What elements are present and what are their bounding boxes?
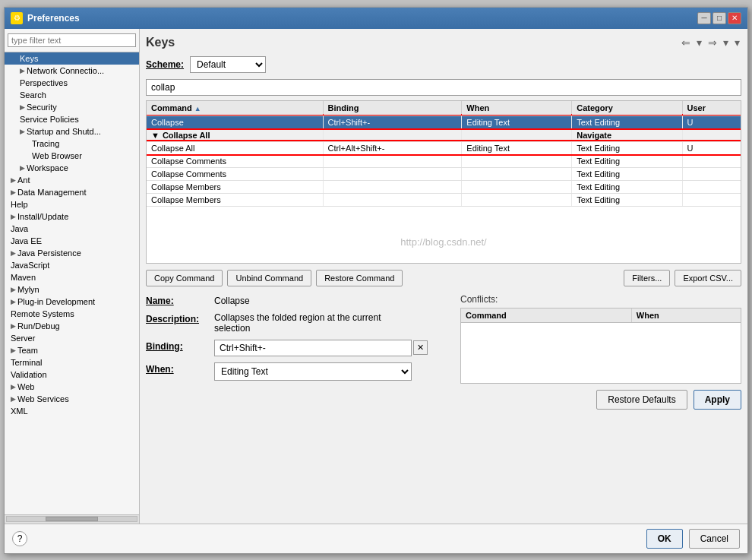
window-title: Preferences (27, 13, 80, 24)
table-row-5[interactable]: Collapse MembersText Editing (147, 180, 741, 193)
sidebar-item-19[interactable]: ▶Mylyn (5, 283, 139, 296)
sidebar-item-3[interactable]: Search (5, 89, 139, 101)
nav-forward-button[interactable]: ⇒ (706, 35, 719, 50)
title-bar-left: ⚙ Preferences (11, 12, 80, 24)
sidebar-item-21[interactable]: Remote Systems (5, 308, 139, 320)
sidebar-item-7[interactable]: Tracing (5, 138, 139, 150)
watermark-text: http://blog.csdn.net/ (400, 236, 486, 248)
sidebar-item-18[interactable]: Maven (5, 271, 139, 283)
sidebar-item-12[interactable]: Help (5, 198, 139, 210)
sidebar-item-14[interactable]: Java (5, 223, 139, 235)
minimize-button[interactable]: ─ (697, 12, 711, 24)
restore-command-button[interactable]: Restore Command (316, 270, 403, 286)
apply-button[interactable]: Apply (694, 390, 741, 410)
table-row-4[interactable]: Collapse CommentsText Editing (147, 167, 741, 180)
scheme-select[interactable]: Default (190, 56, 266, 73)
col-when[interactable]: When (462, 101, 572, 115)
sidebar-item-0[interactable]: Keys (5, 52, 139, 65)
sidebar-item-label-29: XML (11, 407, 28, 416)
sidebar-item-28[interactable]: ▶Web Services (5, 393, 139, 405)
table-row-2[interactable]: Collapse AllCtrl+Alt+Shift+-Editing Text… (147, 141, 741, 154)
col-command[interactable]: Command ▲ (147, 101, 323, 115)
table-row-6[interactable]: Collapse MembersText Editing (147, 193, 741, 206)
cell-1-3: Navigate (572, 128, 682, 141)
col-category[interactable]: Category (572, 101, 682, 115)
sidebar-item-29[interactable]: XML (5, 405, 139, 417)
sidebar-item-23[interactable]: Server (5, 332, 139, 344)
sidebar-item-27[interactable]: ▶Web (5, 381, 139, 393)
name-value: Collapse (214, 294, 250, 306)
unbind-command-button[interactable]: Unbind Command (227, 270, 311, 286)
binding-row: Binding: ✕ (146, 340, 453, 356)
sidebar-item-label-16: Java Persistence (17, 248, 81, 258)
maximize-button[interactable]: □ (713, 12, 726, 24)
search-input[interactable] (8, 33, 136, 47)
cell-4-3: Text Editing (572, 167, 682, 180)
sidebar-item-label-28: Web Services (17, 394, 69, 403)
col-user[interactable]: User (682, 101, 741, 115)
binding-input[interactable] (214, 340, 412, 356)
sidebar-item-label-0: Keys (20, 54, 38, 63)
nav-forward-dropdown-button[interactable]: ▾ (722, 35, 730, 50)
sidebar-item-1[interactable]: ▶Network Connectio... (5, 65, 139, 77)
conflicts-col-when: When (631, 308, 741, 323)
cell-3-3: Text Editing (572, 154, 682, 167)
sidebar-item-label-26: Validation (11, 370, 47, 379)
binding-input-row: ✕ (214, 340, 428, 356)
sidebar-item-20[interactable]: ▶Plug-in Development (5, 296, 139, 308)
sidebar-item-17[interactable]: JavaScript (5, 259, 139, 271)
cell-0-4: U (682, 115, 741, 129)
sidebar-item-5[interactable]: Service Policies (5, 113, 139, 125)
table-row-0[interactable]: CollapseCtrl+Shift+-Editing TextText Edi… (147, 115, 741, 129)
sidebar-item-6[interactable]: ▶Startup and Shutd... (5, 125, 139, 138)
sidebar-item-label-10: Ant (17, 176, 30, 185)
filter-input[interactable] (146, 79, 741, 96)
action-buttons: Copy Command Unbind Command Restore Comm… (146, 270, 741, 286)
sidebar-item-15[interactable]: Java EE (5, 235, 139, 247)
sidebar-item-label-23: Server (11, 334, 35, 343)
help-icon[interactable]: ? (12, 531, 27, 546)
close-button[interactable]: ✕ (728, 12, 741, 24)
sidebar-item-label-3: Search (20, 90, 46, 100)
sidebar-item-11[interactable]: ▶Data Management (5, 186, 139, 198)
when-select[interactable]: Editing TextIn WindowsIn DialogsIn Dialo… (214, 362, 412, 381)
cancel-button[interactable]: Cancel (689, 529, 740, 549)
nav-menu-button[interactable]: ▾ (733, 35, 741, 50)
tree-arrow-10: ▶ (11, 176, 16, 184)
table-row-3[interactable]: Collapse CommentsText Editing (147, 154, 741, 167)
sidebar-item-label-7: Tracing (32, 139, 59, 148)
table-row-1[interactable]: ▼Collapse AllNavigate (147, 128, 741, 141)
export-csv-button[interactable]: Export CSV... (675, 270, 741, 286)
cell-1-1 (323, 128, 462, 141)
when-row: When: Editing TextIn WindowsIn DialogsIn… (146, 362, 453, 381)
nav-dropdown-button[interactable]: ▾ (695, 35, 703, 50)
sidebar-item-10[interactable]: ▶Ant (5, 174, 139, 186)
filters-button[interactable]: Filters... (624, 270, 670, 286)
sidebar-item-22[interactable]: ▶Run/Debug (5, 320, 139, 332)
conflicts-section: Conflicts: Command When (460, 294, 741, 384)
sidebar-item-label-20: Plug-in Development (17, 297, 95, 306)
tree-scrollbar[interactable] (5, 514, 139, 524)
tree-arrow-6: ▶ (20, 128, 25, 135)
sidebar-item-4[interactable]: ▶Security (5, 101, 139, 113)
binding-clear-button[interactable]: ✕ (413, 340, 428, 355)
tree-area[interactable]: Keys▶Network Connectio...PerspectivesSea… (5, 52, 139, 514)
sidebar-item-2[interactable]: Perspectives (5, 77, 139, 89)
sidebar-item-13[interactable]: ▶Install/Update (5, 210, 139, 223)
conflicts-label: Conflicts: (460, 294, 741, 305)
restore-defaults-button[interactable]: Restore Defaults (596, 390, 687, 410)
sidebar-item-9[interactable]: ▶Workspace (5, 162, 139, 174)
copy-command-button[interactable]: Copy Command (146, 270, 223, 286)
nav-back-button[interactable]: ⇐ (680, 35, 692, 50)
col-binding[interactable]: Binding (323, 101, 462, 115)
sidebar-item-label-9: Workspace (27, 163, 68, 172)
sidebar-item-8[interactable]: Web Browser (5, 150, 139, 162)
cell-6-4 (682, 193, 741, 206)
sidebar-item-label-15: Java EE (11, 236, 42, 245)
sidebar-item-24[interactable]: ▶Team (5, 344, 139, 356)
sidebar-item-26[interactable]: Validation (5, 369, 139, 381)
sidebar-item-16[interactable]: ▶Java Persistence (5, 247, 139, 259)
sidebar-item-25[interactable]: Terminal (5, 356, 139, 369)
ok-button[interactable]: OK (646, 529, 683, 549)
sidebar-item-label-18: Maven (11, 273, 36, 282)
